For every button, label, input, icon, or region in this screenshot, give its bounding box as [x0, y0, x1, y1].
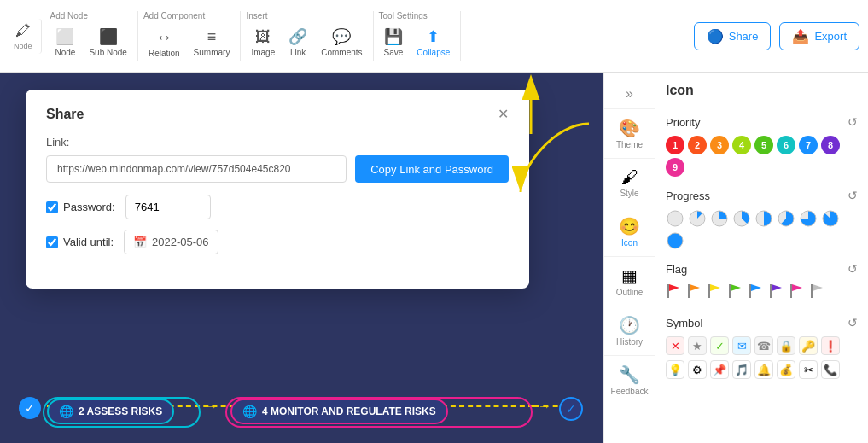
- flag-reset-button[interactable]: ↺: [848, 262, 858, 276]
- assess-risks-node[interactable]: 🌐 2 ASSESS RISKS: [47, 399, 174, 424]
- progress-circle-2[interactable]: [710, 209, 729, 228]
- password-checkbox-wrapper: Password:: [46, 201, 115, 213]
- flag-icon-5[interactable]: [768, 283, 785, 304]
- password-checkbox[interactable]: [46, 201, 58, 213]
- flag-icon-0[interactable]: [666, 283, 683, 304]
- sidebar-toggle-button[interactable]: »: [604, 79, 655, 109]
- link-button[interactable]: 🔗 Link: [283, 24, 312, 61]
- relation-button[interactable]: ↔ Relation: [143, 24, 185, 61]
- progress-reset-button[interactable]: ↺: [848, 189, 858, 202]
- progress-circle-3[interactable]: [732, 209, 751, 228]
- sidebar-item-outline[interactable]: ▦ Outline: [604, 257, 655, 306]
- symbol-icon-r2-2[interactable]: 📌: [710, 360, 729, 379]
- symbol-icon-6[interactable]: 🔑: [799, 336, 818, 355]
- progress-circle-1[interactable]: [688, 209, 707, 228]
- share-button[interactable]: 🔵 Share: [694, 22, 772, 50]
- password-label: Password:: [63, 201, 115, 213]
- sidebar-item-style[interactable]: 🖌 Style: [604, 159, 655, 207]
- priority-circle-5[interactable]: 5: [754, 136, 773, 154]
- progress-circle-6[interactable]: [799, 209, 818, 228]
- flag-icon-4[interactable]: [748, 283, 765, 304]
- priority-circle-9[interactable]: 9: [666, 158, 684, 177]
- flag-icon-3[interactable]: [727, 283, 744, 304]
- symbol-icon-r2-7[interactable]: 📞: [821, 360, 840, 379]
- priority-circle-8[interactable]: 8: [821, 136, 840, 154]
- priority-circle-3[interactable]: 3: [710, 136, 729, 154]
- priority-circle-7[interactable]: 7: [799, 136, 818, 154]
- save-button[interactable]: 💾 Save: [379, 24, 409, 61]
- icon-label: Icon: [621, 238, 638, 248]
- symbol-icon-1[interactable]: ★: [688, 336, 707, 355]
- format-painter-button[interactable]: 🖍 Node: [9, 19, 42, 54]
- feedback-label: Feedback: [611, 387, 649, 396]
- symbol-icon-5[interactable]: 🔒: [777, 336, 795, 355]
- priority-circle-4[interactable]: 4: [732, 136, 751, 154]
- share-icon: 🔵: [707, 28, 724, 44]
- symbol-icon-r2-0[interactable]: 💡: [666, 360, 684, 379]
- valid-until-checkbox[interactable]: [46, 236, 58, 248]
- symbol-icon-r2-4[interactable]: 🔔: [754, 360, 773, 379]
- summary-icon: ≡: [207, 28, 217, 46]
- valid-until-row: Valid until: 📅 2022-05-06: [46, 230, 509, 254]
- password-input[interactable]: [125, 195, 211, 219]
- canvas-area[interactable]: Share ✕ Link: Copy Link and Password Pas…: [0, 73, 603, 443]
- symbol-reset-button[interactable]: ↺: [848, 316, 858, 329]
- sidebar-item-feedback[interactable]: 🔧 Feedback: [604, 356, 655, 405]
- progress-row: [666, 209, 858, 250]
- priority-reset-button[interactable]: ↺: [848, 115, 858, 129]
- format-painter-icon: 🖍: [15, 22, 31, 40]
- history-icon: 🕐: [619, 315, 640, 335]
- copy-link-button[interactable]: Copy Link and Password: [355, 155, 509, 183]
- flag-section-header: Flag ↺: [666, 262, 858, 276]
- flag-icon-6[interactable]: [789, 283, 806, 304]
- symbol-icon-7[interactable]: ❗: [821, 336, 840, 355]
- symbol-icon-2[interactable]: ✓: [710, 336, 729, 355]
- monitor-risks-node[interactable]: 🌐 4 MONITOR AND REGULATE RISKS: [230, 399, 448, 424]
- progress-section-header: Progress ↺: [666, 189, 858, 202]
- symbol-icon-r2-1[interactable]: ⚙: [688, 360, 707, 379]
- symbol-icon-r2-5[interactable]: 💰: [777, 360, 795, 379]
- progress-label: Progress: [666, 189, 710, 202]
- progress-circle-0[interactable]: [666, 209, 684, 228]
- priority-section-header: Priority ↺: [666, 115, 858, 129]
- node-button[interactable]: ⬜ Node: [50, 24, 81, 61]
- subnode-icon: ⬛: [99, 27, 118, 46]
- symbol-section-header: Symbol ↺: [666, 316, 858, 329]
- progress-circle-4[interactable]: [754, 209, 773, 228]
- link-input[interactable]: [46, 155, 347, 183]
- symbol-icon-3[interactable]: ✉: [732, 336, 751, 355]
- sidebar-item-theme[interactable]: 🎨 Theme: [604, 109, 655, 159]
- progress-circle-5[interactable]: [777, 209, 795, 228]
- progress-circle-8[interactable]: [666, 231, 684, 250]
- relation-label: Relation: [149, 49, 180, 58]
- summary-button[interactable]: ≡ Summary: [189, 25, 236, 61]
- symbol-icon-0[interactable]: ✕: [666, 336, 684, 355]
- flag-icon-1[interactable]: [686, 283, 703, 304]
- flag-icon-2[interactable]: [707, 283, 724, 304]
- svg-marker-29: [751, 284, 761, 291]
- comments-label: Comments: [321, 48, 362, 57]
- symbol-icon-r2-6[interactable]: ✂: [799, 360, 818, 379]
- svg-marker-35: [813, 284, 823, 291]
- image-button[interactable]: 🖼 Image: [246, 25, 280, 61]
- priority-circle-6[interactable]: 6: [777, 136, 795, 154]
- symbol-icon-4[interactable]: ☎: [754, 336, 773, 355]
- comments-button[interactable]: 💬 Comments: [316, 24, 367, 61]
- flag-icon-7[interactable]: [809, 283, 826, 304]
- sidebar-item-history[interactable]: 🕐 History: [604, 306, 655, 356]
- export-button[interactable]: 📤 Export: [779, 22, 859, 50]
- save-icon: 💾: [384, 27, 403, 46]
- sidebar-item-icon[interactable]: 😊 Icon: [604, 207, 655, 257]
- format-painter-label: Node: [14, 42, 32, 50]
- feedback-icon: 🔧: [619, 364, 640, 385]
- subnode-button[interactable]: ⬛ Sub Node: [84, 24, 131, 61]
- check-circle-node[interactable]: ✓: [559, 397, 583, 421]
- symbol-icon-r2-3[interactable]: 🎵: [732, 360, 751, 379]
- arrow-to-export: [505, 74, 556, 137]
- priority-circle-1[interactable]: 1: [666, 136, 684, 154]
- priority-circle-2[interactable]: 2: [688, 136, 707, 154]
- date-input-wrapper[interactable]: 📅 2022-05-06: [124, 230, 218, 254]
- collapse-button[interactable]: ⬆ Collapse: [411, 24, 455, 61]
- style-icon: 🖌: [621, 167, 638, 187]
- progress-circle-7[interactable]: [821, 209, 840, 228]
